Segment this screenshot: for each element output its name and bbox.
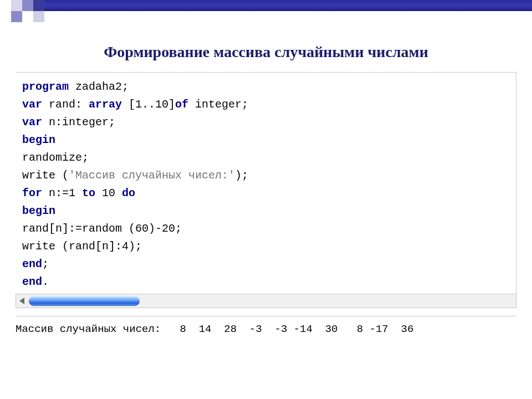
header-bar bbox=[44, 0, 532, 11]
code-line: begin bbox=[22, 202, 509, 220]
scroll-left-arrow-icon[interactable] bbox=[19, 298, 24, 304]
code-token-str: 'Массив случайных чисел:' bbox=[69, 169, 235, 182]
code-line: for n:=1 to 10 do bbox=[22, 185, 509, 202]
code-token-kw: begin bbox=[22, 204, 55, 217]
code-token-id: write (rand[n]:4); bbox=[22, 240, 142, 253]
decor-square bbox=[22, 0, 33, 11]
code-line: var rand: array [1..10]of integer; bbox=[22, 96, 509, 114]
code-line: var n:integer; bbox=[22, 114, 509, 131]
code-token-kw: var bbox=[22, 116, 42, 129]
header-decoration bbox=[0, 0, 532, 22]
code-token-id: n:integer; bbox=[42, 116, 115, 129]
code-line: rand[n]:=random (60)-20; bbox=[22, 220, 509, 238]
code-line: randomize; bbox=[22, 149, 509, 167]
program-output: Массив случайных чисел: 8 14 28 -3 -3 -1… bbox=[16, 323, 516, 335]
code-line: begin bbox=[22, 131, 509, 149]
horizontal-scrollbar[interactable] bbox=[16, 294, 516, 308]
code-line: write (rand[n]:4); bbox=[22, 238, 509, 255]
code-token-id: 10 bbox=[95, 187, 122, 200]
code-token-id: randomize; bbox=[22, 151, 89, 164]
decor-square bbox=[33, 0, 44, 11]
code-token-id: ); bbox=[235, 169, 248, 182]
code-token-kw: for bbox=[22, 187, 42, 200]
code-line: write ('Массив случайных чисел:'); bbox=[22, 167, 509, 185]
code-line: end. bbox=[22, 273, 509, 291]
code-line: program zadaha2; bbox=[22, 78, 509, 96]
decor-square bbox=[11, 11, 22, 22]
code-token-id: rand: bbox=[42, 98, 89, 111]
code-token-id: integer; bbox=[188, 98, 248, 111]
code-token-kw: program bbox=[22, 80, 69, 93]
code-token-kw: end bbox=[22, 258, 42, 270]
scrollbar-thumb[interactable] bbox=[29, 296, 140, 306]
code-token-id: zadaha2; bbox=[69, 80, 129, 93]
code-token-id: . bbox=[42, 275, 49, 288]
code-editor[interactable]: program zadaha2;var rand: array [1..10]o… bbox=[16, 72, 516, 294]
code-token-id: n:=1 bbox=[42, 187, 82, 200]
decor-square bbox=[33, 11, 44, 22]
code-token-kw: end bbox=[22, 275, 42, 288]
decor-square bbox=[11, 0, 22, 11]
code-token-kw: do bbox=[122, 187, 135, 200]
page-title: Формирование массива случайными числами bbox=[0, 43, 532, 61]
code-token-kw: of bbox=[175, 98, 188, 111]
divider bbox=[16, 316, 516, 316]
code-token-kw: to bbox=[82, 187, 95, 200]
code-token-kw: var bbox=[22, 98, 42, 111]
code-token-id: write ( bbox=[22, 169, 69, 182]
code-token-id: [1..10] bbox=[122, 98, 175, 111]
code-token-id: ; bbox=[42, 258, 49, 270]
code-line: end; bbox=[22, 255, 509, 273]
code-token-kw: begin bbox=[22, 134, 55, 146]
code-token-id: rand[n]:=random (60)-20; bbox=[22, 222, 182, 235]
code-token-kw: array bbox=[89, 98, 122, 111]
